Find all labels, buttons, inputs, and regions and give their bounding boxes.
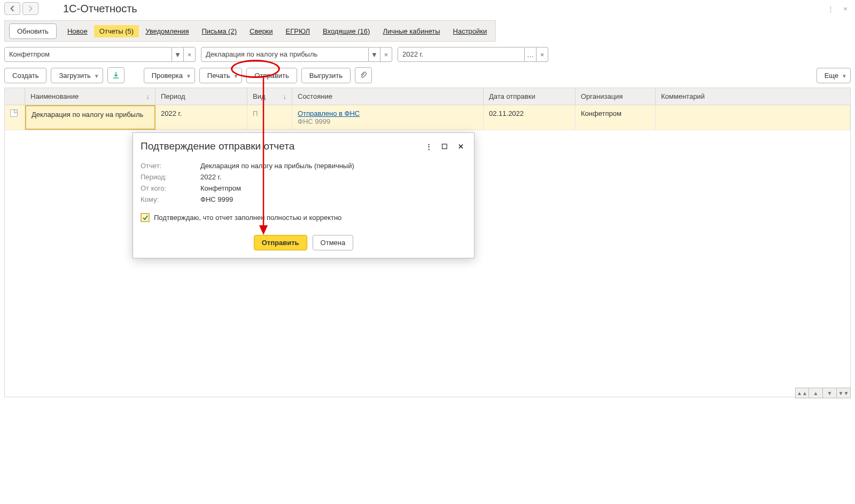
chevron-down-icon: ▼ <box>233 73 238 79</box>
load-button[interactable]: Загрузить▼ <box>51 68 103 83</box>
scroll-up-icon[interactable]: ▲ <box>809 388 823 398</box>
chevron-down-icon: ▼ <box>94 73 99 79</box>
download-icon <box>112 71 120 80</box>
dialog-to-value: ФНС 9999 <box>200 195 233 203</box>
dialog-period-value: 2022 г. <box>200 173 221 181</box>
th-vid[interactable]: Вид <box>247 88 292 105</box>
dialog-more-icon[interactable]: ⋮ <box>423 140 434 152</box>
th-comment[interactable]: Комментарий <box>656 88 850 105</box>
filter-report-clear[interactable]: × <box>380 47 392 62</box>
filter-period-pick[interactable]: … <box>525 47 537 62</box>
download-icon-button[interactable] <box>107 67 125 83</box>
dialog-title: Подтверждение отправки отчета <box>141 140 418 152</box>
dialog-report-value: Декларация по налогу на прибыль (первичн… <box>200 162 354 170</box>
paperclip-icon <box>359 71 368 80</box>
nav-sverki[interactable]: Сверки <box>243 27 279 35</box>
print-label: Печать <box>207 72 230 80</box>
title-bar: 1С-Отчетность ⋮ × <box>0 0 855 17</box>
dialog-maximize-icon[interactable]: ☐ <box>439 140 450 152</box>
nav-new[interactable]: Новое <box>61 27 94 35</box>
dialog-period-label: Период: <box>141 173 200 181</box>
arrow-right-icon <box>27 5 34 12</box>
filter-row: Конфетпром ▼ × Декларация по налогу на п… <box>4 47 851 62</box>
nav-reports[interactable]: Отчеты (5) <box>94 25 139 37</box>
nav-bar: Обновить Новое Отчеты (5) Уведомления Пи… <box>4 20 496 42</box>
row-state: Отправлено в ФНС ФНС 9999 <box>292 105 484 130</box>
load-label: Загрузить <box>59 72 90 80</box>
toolbar: Создать Загрузить▼ Проверка▼ Печать▼ Отп… <box>4 67 851 83</box>
more-button[interactable]: Еще▼ <box>817 68 851 83</box>
more-label: Еще <box>825 72 838 80</box>
filter-report-input[interactable]: Декларация по налогу на прибыль <box>201 47 369 62</box>
chevron-down-icon: ▼ <box>186 73 191 79</box>
page-title: 1С-Отчетность <box>63 3 137 15</box>
scroll-down-icon[interactable]: ▼ <box>823 388 837 398</box>
row-comment <box>656 105 850 130</box>
filter-org-input[interactable]: Конфетпром <box>4 47 172 62</box>
back-button[interactable] <box>4 2 20 15</box>
dialog-close-icon[interactable]: ✕ <box>455 140 467 152</box>
row-vid: П <box>247 105 292 130</box>
check-button[interactable]: Проверка▼ <box>144 68 195 83</box>
more-icon[interactable]: ⋮ <box>825 3 836 14</box>
dialog-from-value: Конфетпром <box>200 184 241 192</box>
th-icon[interactable] <box>5 88 25 105</box>
confirm-text: Подтверждаю, что отчет заполнен полность… <box>154 214 341 222</box>
close-page-icon[interactable]: × <box>840 3 851 14</box>
state-link[interactable]: Отправлено в ФНС <box>298 109 478 117</box>
check-label: Проверка <box>152 72 183 80</box>
check-icon <box>142 215 149 221</box>
scroll-buttons: ▲▲ ▲ ▼ ▼▼ <box>795 388 851 398</box>
dialog-cancel-button[interactable]: Отмена <box>313 235 354 250</box>
dialog-send-button[interactable]: Отправить <box>254 235 307 250</box>
filter-org-clear[interactable]: × <box>184 47 196 62</box>
th-period[interactable]: Период <box>156 88 247 105</box>
dialog-from-label: От кого: <box>141 184 200 192</box>
confirm-dialog: Подтверждение отправки отчета ⋮ ☐ ✕ Отче… <box>133 132 475 258</box>
attach-button[interactable] <box>355 67 372 83</box>
row-org: Конфетпром <box>576 105 656 130</box>
confirm-checkbox[interactable] <box>141 213 150 222</box>
filter-report-dropdown[interactable]: ▼ <box>369 47 380 62</box>
chevron-down-icon: ▼ <box>842 73 847 79</box>
nav-letters[interactable]: Письма (2) <box>195 27 243 35</box>
nav-notifications[interactable]: Уведомления <box>139 27 195 35</box>
filter-period-input[interactable]: 2022 г. <box>398 47 525 62</box>
filter-org-dropdown[interactable]: ▼ <box>172 47 184 62</box>
export-button[interactable]: Выгрузить <box>301 68 351 83</box>
row-doc-icon <box>5 105 25 130</box>
th-org[interactable]: Организация <box>576 88 656 105</box>
table-row[interactable]: Декларация по налогу на прибыль 2022 г. … <box>5 105 850 130</box>
th-name[interactable]: Наименование <box>25 88 156 105</box>
send-button[interactable]: Отправить <box>246 68 297 83</box>
scroll-top-icon[interactable]: ▲▲ <box>795 388 809 398</box>
forward-button[interactable] <box>22 2 38 15</box>
scroll-bottom-icon[interactable]: ▼▼ <box>837 388 851 398</box>
row-name: Декларация по налогу на прибыль <box>25 105 156 130</box>
nav-egrul[interactable]: ЕГРЮЛ <box>279 27 316 35</box>
th-state[interactable]: Состояние <box>292 88 484 105</box>
refresh-button[interactable]: Обновить <box>9 23 57 39</box>
row-date: 02.11.2022 <box>484 105 576 130</box>
nav-settings[interactable]: Настройки <box>447 27 494 35</box>
nav-cabinets[interactable]: Личные кабинеты <box>376 27 446 35</box>
table-header: Наименование Период Вид Состояние Дата о… <box>5 88 850 105</box>
dialog-to-label: Кому: <box>141 195 200 203</box>
row-period: 2022 г. <box>156 105 247 130</box>
nav-incoming[interactable]: Входящие (16) <box>316 27 376 35</box>
dialog-report-label: Отчет: <box>141 162 200 170</box>
arrow-left-icon <box>9 5 15 12</box>
print-button[interactable]: Печать▼ <box>199 68 243 83</box>
filter-period-clear[interactable]: × <box>537 47 548 62</box>
create-button[interactable]: Создать <box>4 68 46 83</box>
state-sub: ФНС 9999 <box>298 117 330 125</box>
th-date[interactable]: Дата отправки <box>484 88 576 105</box>
